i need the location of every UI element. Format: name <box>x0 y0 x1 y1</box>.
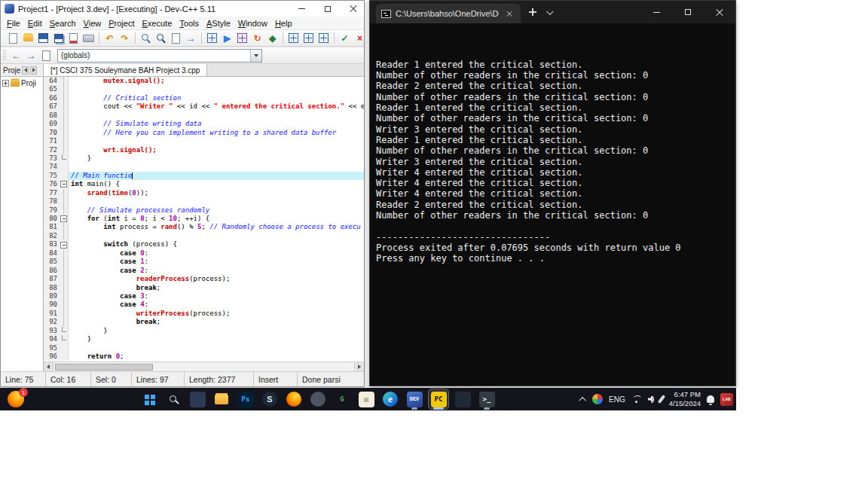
code-line[interactable]: 74 <box>44 163 364 171</box>
line-number[interactable]: 75 <box>44 172 60 180</box>
code-line[interactable]: 93 } <box>44 327 364 335</box>
search-button[interactable] <box>164 389 183 409</box>
tray-chevron-up-icon[interactable] <box>579 396 586 404</box>
line-number[interactable]: 66 <box>44 94 60 102</box>
edge-icon[interactable]: e <box>381 389 400 409</box>
code-line[interactable]: 76int main() { <box>44 180 364 188</box>
line-number[interactable]: 73 <box>44 154 60 163</box>
line-number[interactable]: 85 <box>44 258 60 266</box>
line-number[interactable]: 93 <box>44 327 60 335</box>
tray-app-icon[interactable] <box>592 394 603 404</box>
horizontal-scrollbar[interactable] <box>44 361 364 371</box>
menu-item[interactable]: Window <box>234 18 271 29</box>
abort-compile-icon[interactable]: × <box>353 32 367 45</box>
goto-declaration-icon[interactable] <box>39 49 53 63</box>
code-line[interactable]: 77 srand(time(0)); <box>44 189 364 197</box>
project-tree-node[interactable]: Proji <box>2 79 43 87</box>
line-number[interactable]: 79 <box>44 206 60 215</box>
line-number[interactable]: 77 <box>44 189 60 197</box>
line-number[interactable]: 68 <box>44 111 60 120</box>
find-in-files-icon[interactable] <box>154 32 168 45</box>
line-number[interactable]: 71 <box>44 137 60 145</box>
code-line[interactable]: 67 cout << "Writer " << id << " entered … <box>44 102 364 111</box>
console-app-icon[interactable]: PC <box>429 389 448 409</box>
code-line[interactable]: 79 // Simulate processes randomly <box>44 206 364 215</box>
minimize-button[interactable] <box>640 1 672 23</box>
widgets-icon[interactable]: 1 <box>8 391 24 407</box>
line-number[interactable]: 72 <box>44 146 60 154</box>
print-icon[interactable] <box>81 32 96 45</box>
expand-icon[interactable] <box>2 80 9 87</box>
menu-item[interactable]: Search <box>46 18 80 29</box>
goto-line-icon[interactable]: → <box>184 32 198 45</box>
save-icon[interactable] <box>36 32 50 45</box>
code-line[interactable]: 83 switch (process) { <box>44 240 364 249</box>
devcpp-titlebar[interactable]: Project1 - [Project 3.dev] - [Executing]… <box>1 1 364 17</box>
code-line[interactable]: 92 break; <box>44 318 364 326</box>
photoshop-icon[interactable]: Ps <box>236 389 255 409</box>
line-number[interactable]: 95 <box>44 344 60 352</box>
line-number[interactable]: 96 <box>44 352 60 361</box>
class-browser-combo[interactable]: (globals) <box>57 49 262 63</box>
fold-collapse-icon[interactable] <box>60 215 69 223</box>
toolbar-grip[interactable] <box>3 50 6 61</box>
code-line[interactable]: 73 } <box>44 154 364 163</box>
pen-icon[interactable] <box>657 395 665 404</box>
line-number[interactable]: 65 <box>44 85 60 93</box>
editor-tab[interactable]: [*] CSCI 375 Souleymane BAH Project 3.cp… <box>44 64 207 76</box>
maximize-button[interactable] <box>672 1 704 23</box>
tab-scroll-right-icon[interactable] <box>30 66 37 75</box>
scroll-right-icon[interactable] <box>354 362 364 371</box>
project-panel-tab[interactable]: Proje <box>1 64 44 76</box>
menu-item[interactable]: File <box>3 18 24 29</box>
line-number[interactable]: 84 <box>44 249 60 258</box>
fold-collapse-icon[interactable] <box>60 180 69 188</box>
code-line[interactable]: 91 writerProcess(process); <box>44 310 364 318</box>
new-tab-button[interactable] <box>527 6 539 18</box>
menu-item[interactable]: Edit <box>24 18 46 29</box>
line-number[interactable]: 64 <box>44 77 60 85</box>
file-explorer-icon[interactable] <box>212 389 231 409</box>
line-number[interactable]: 92 <box>44 318 60 326</box>
g-app-icon[interactable]: G <box>332 389 352 409</box>
rebuild-icon[interactable]: ↻ <box>250 32 264 45</box>
code-line[interactable]: 90 case 4: <box>44 300 364 309</box>
line-number[interactable]: 78 <box>44 197 60 206</box>
nav-back-icon[interactable]: ← <box>9 49 23 63</box>
compile-icon[interactable] <box>205 32 219 45</box>
start-button[interactable] <box>139 389 159 409</box>
line-number[interactable]: 81 <box>44 223 60 231</box>
code-line[interactable]: 72 wrt.signal(); <box>44 146 364 154</box>
close-button[interactable] <box>704 1 735 23</box>
code-line[interactable]: 70 // Here you can implement writing to … <box>44 129 364 137</box>
line-number[interactable]: 86 <box>44 267 60 275</box>
scrollbar-thumb[interactable] <box>55 364 153 371</box>
line-number[interactable]: 87 <box>44 275 60 283</box>
line-number[interactable]: 82 <box>44 232 60 240</box>
code-line[interactable]: 65 <box>44 85 364 93</box>
menu-item[interactable]: Help <box>271 18 296 29</box>
line-number[interactable]: 80 <box>44 215 60 223</box>
line-number[interactable]: 76 <box>44 180 60 188</box>
clock[interactable]: 6:47 PM 4/15/2024 <box>669 390 701 408</box>
app-icon-2[interactable] <box>308 389 328 409</box>
nav-forward-icon[interactable]: → <box>24 49 38 63</box>
terminal-icon[interactable]: >_ <box>477 389 497 409</box>
chevron-down-icon[interactable] <box>250 50 261 62</box>
tab-close-button[interactable] <box>503 8 515 20</box>
code-line[interactable]: 81 int process = rand() % 5; // Randomly… <box>44 223 364 231</box>
insert-icon[interactable] <box>286 32 301 45</box>
app-icon-3[interactable] <box>453 389 472 409</box>
code-line[interactable]: 88 break; <box>44 284 364 292</box>
line-number[interactable]: 69 <box>44 120 60 128</box>
line-number[interactable]: 74 <box>44 163 60 171</box>
language-indicator[interactable]: ENG <box>609 395 625 404</box>
firefox-icon[interactable] <box>284 389 304 409</box>
console-titlebar[interactable]: C:\Users\bahso\OneDrive\Do <box>370 1 735 23</box>
code-line[interactable]: 68 <box>44 111 364 120</box>
code-line[interactable]: 85 case 1: <box>44 258 364 266</box>
find-icon[interactable] <box>139 32 153 45</box>
fold-collapse-icon[interactable] <box>60 240 69 249</box>
open-file-icon[interactable] <box>21 32 35 45</box>
maximize-button[interactable] <box>316 1 338 17</box>
